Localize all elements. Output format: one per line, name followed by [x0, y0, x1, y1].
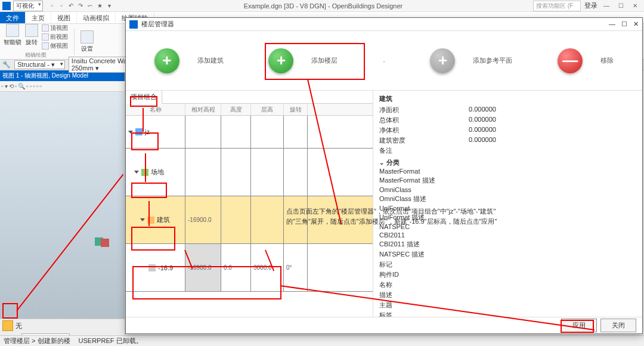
prop-row[interactable]: MasterFormat — [379, 167, 636, 175]
add-floor-button[interactable]: + 添加楼层 — [268, 48, 338, 73]
tab-file[interactable]: 文件 — [0, 12, 26, 23]
view-tool-icon[interactable]: 🔍 — [18, 83, 25, 89]
dialog-title: 楼层管理器 — [141, 20, 174, 29]
qa-icon[interactable]: ↶ — [67, 2, 75, 10]
title-bar: 可视化 ▫ ▫ ↶ ↷ ⤺ ★ ▾ Example.dgn [3D - V8 D… — [0, 0, 644, 12]
prop-row[interactable]: 标签 — [379, 310, 636, 317]
tab-project-combo[interactable]: 项目组合 — [126, 91, 162, 104]
ribbon-sideview[interactable]: 侧视图 — [42, 42, 68, 50]
plus-icon: + — [430, 48, 455, 73]
discipline-dropdown[interactable]: Structural - ▾ — [14, 60, 65, 69]
qa-icon[interactable]: ▫ — [48, 2, 56, 10]
ribbon-rotate[interactable]: 旋转 — [25, 24, 38, 50]
status-msg: USERPREF 已卸载。 — [79, 336, 143, 345]
ribbon-frontview[interactable]: 前视图 — [42, 33, 68, 41]
view-tool-icon[interactable]: ▫ — [30, 83, 32, 89]
prop-row[interactable]: 名称 — [379, 280, 636, 290]
dialog-titlebar[interactable]: 楼层管理器 — ☐ ✕ — [126, 18, 642, 31]
expand-icon[interactable] — [134, 171, 139, 174]
expand-icon[interactable] — [140, 218, 145, 221]
login-link[interactable]: 登录 — [584, 1, 597, 10]
tab-home[interactable]: 主页 — [26, 12, 51, 23]
dialog-close[interactable]: ✕ — [633, 20, 639, 28]
qa-icon[interactable]: ↷ — [76, 2, 85, 10]
tab-animate[interactable]: 动画模拟 — [77, 12, 116, 23]
prop-row[interactable]: OmniClass — [379, 186, 636, 194]
prop-row[interactable]: CBI2011 描述 — [379, 239, 636, 249]
tab-view[interactable]: 视图 — [51, 12, 77, 23]
plus-icon: + — [154, 48, 179, 73]
apply-button[interactable]: 应用 — [561, 319, 597, 332]
viewport[interactable] — [0, 92, 125, 319]
dialog-toolbar: + 添加建筑 + 添加楼层 - + 添加参考平面 — 移除 — [126, 31, 642, 91]
floor-manager-dialog: 楼层管理器 — ☐ ✕ + 添加建筑 + 添加楼层 - + 添加参考平面 — 移… — [125, 17, 643, 334]
qa-icon[interactable]: ▾ — [105, 2, 113, 10]
prop-row[interactable]: UniFormat 描述 — [379, 212, 636, 223]
view-tool-icon[interactable]: ▫ — [26, 83, 29, 89]
close-button[interactable]: ✕ — [630, 2, 640, 9]
dialog-maximize[interactable]: ☐ — [621, 20, 627, 28]
separator: - — [383, 57, 385, 64]
prop-row[interactable]: 构件ID — [379, 270, 636, 280]
tree-header: 名称 相对高程 高度 层高 旋转 — [126, 104, 373, 116]
workspace-dropdown[interactable]: 可视化 — [13, 1, 43, 11]
prop-row[interactable]: OmniClass 描述 — [379, 194, 636, 204]
quick-access-toolbar: ▫ ▫ ↶ ↷ ⤺ ★ ▾ — [48, 2, 113, 10]
status-crumb: 管理楼层 > 创建新的楼 — [4, 336, 70, 345]
tree-node-site[interactable]: 场地 — [126, 149, 373, 196]
expand-icon[interactable] — [128, 131, 133, 134]
add-refplane-button[interactable]: + 添加参考平面 — [430, 48, 512, 73]
view-cube[interactable] — [95, 237, 113, 247]
maximize-button[interactable]: ☐ — [615, 2, 626, 9]
props-group-category[interactable]: 分类 — [379, 158, 636, 167]
prop-row[interactable]: 标记 — [379, 260, 636, 270]
prop-row[interactable]: NATSPEC 描述 — [379, 249, 636, 260]
window-title: Example.dgn [3D - V8 DGN] - OpenBuilding… — [113, 2, 533, 10]
view-tool-icon[interactable]: ⟲ — [9, 83, 14, 89]
view-tool-icon[interactable]: ▫ — [33, 83, 35, 89]
ribbon-group-label: 精确绘图 — [25, 51, 47, 59]
prop-row[interactable]: NATSPEC — [379, 223, 636, 231]
ribbon-settings[interactable]: 设置 — [80, 30, 94, 53]
view-tool-icon[interactable]: ▾ — [5, 83, 8, 89]
ribbon-search[interactable]: 搜索功能区 (F — [533, 1, 581, 11]
view-tool-icon[interactable]: ▫ — [15, 83, 17, 89]
qa-icon[interactable]: ★ — [95, 2, 104, 10]
app-icon — [2, 2, 11, 10]
prop-row[interactable]: UniFormat — [379, 204, 636, 212]
view-tool-icon[interactable]: ▫ — [39, 83, 42, 89]
tree-node-building[interactable]: 建筑 -16900.0 — [126, 196, 373, 244]
status-bar: 管理楼层 > 创建新的楼 USERPREF 已卸载。 — [0, 335, 644, 346]
level-none[interactable]: 无 — [16, 322, 22, 330]
floor-manager-icon[interactable] — [2, 320, 13, 331]
remove-button[interactable]: — 移除 — [558, 48, 614, 73]
view-toolbar: ▫▾ ⟲▫ 🔍▫ ▫▫ ▫▫ — [0, 81, 125, 92]
prop-row[interactable]: CBI2011 — [379, 231, 636, 239]
minimize-button[interactable]: — — [601, 2, 612, 9]
view-tool-icon[interactable]: ▫ — [1, 83, 4, 89]
ribbon-topview[interactable]: 顶视图 — [42, 24, 68, 32]
tree-pane: 项目组合 名称 相对高程 高度 层高 旋转 jz 场地 建筑 — [126, 91, 373, 317]
props-header: 建筑 — [379, 94, 636, 103]
qa-icon[interactable]: ⤺ — [86, 2, 94, 10]
tree-node-floor[interactable]: -16.9 -16900.0 0.0 3000.0 0° — [126, 244, 373, 292]
prop-row[interactable]: 主题 — [379, 300, 636, 310]
prop-row[interactable]: MasterFormat 描述 — [379, 175, 636, 186]
tree-node-jz[interactable]: jz — [126, 116, 373, 149]
prop-row[interactable]: 描述 — [379, 290, 636, 300]
wrench-icon: 🔧 — [2, 61, 11, 69]
dialog-minimize[interactable]: — — [609, 20, 615, 28]
ribbon-smartlock[interactable]: 智能锁 — [4, 24, 21, 50]
plus-icon: + — [268, 48, 293, 73]
add-building-button[interactable]: + 添加建筑 — [154, 48, 224, 73]
qa-icon[interactable]: ▫ — [57, 2, 66, 10]
minus-icon: — — [558, 48, 583, 73]
close-button[interactable]: 关闭 — [600, 319, 636, 332]
dialog-footer: 应用 关闭 — [126, 317, 642, 333]
dialog-icon — [129, 20, 138, 29]
properties-pane: 建筑 净面积0.000000 总体积0.000000 净体积0.000000 建… — [373, 91, 642, 317]
view-tool-icon[interactable]: ▫ — [36, 83, 39, 89]
